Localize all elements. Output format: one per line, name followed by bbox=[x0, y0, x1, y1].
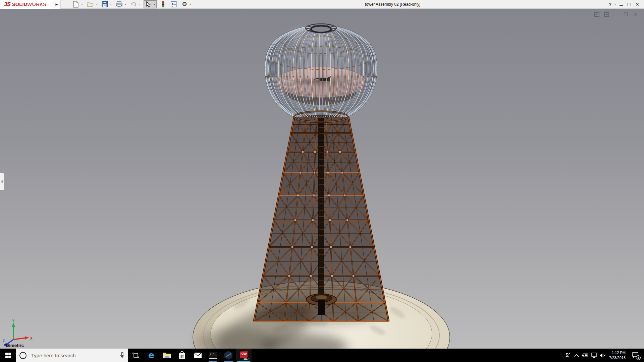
view-orientation-label: *Dimetric bbox=[4, 343, 24, 348]
windows-logo-icon bbox=[5, 353, 11, 358]
print-button[interactable] bbox=[115, 0, 123, 8]
open-button[interactable] bbox=[86, 0, 95, 8]
search-placeholder: Type here to search bbox=[31, 353, 120, 358]
doc-minimize-button[interactable]: – bbox=[612, 11, 620, 18]
undo-caret[interactable]: ▾ bbox=[138, 0, 142, 8]
task-view-button[interactable] bbox=[128, 349, 144, 362]
new-document-button[interactable] bbox=[71, 0, 80, 8]
dome-cage bbox=[265, 21, 377, 122]
microphone-icon[interactable] bbox=[120, 352, 125, 359]
graphics-viewport[interactable]: – ❐ ✕ Y X Z *Dimetric bbox=[0, 9, 644, 349]
close-button[interactable]: ✕ bbox=[633, 0, 641, 9]
windows-taskbar: Type here to search e bbox=[0, 349, 644, 362]
new-document-caret[interactable]: ▾ bbox=[80, 0, 84, 8]
network-button[interactable] bbox=[590, 349, 598, 362]
store-icon bbox=[178, 351, 186, 359]
taskbar-app-file-explorer[interactable] bbox=[159, 349, 174, 362]
start-button[interactable] bbox=[0, 349, 16, 362]
rebuild-traffic-light-button[interactable] bbox=[159, 0, 167, 8]
hidden-icons-button[interactable] bbox=[572, 349, 581, 362]
list-properties-icon bbox=[171, 1, 177, 7]
taskbar-app-solidworks[interactable]: SW 2017 bbox=[236, 349, 252, 362]
doc-close-button[interactable]: ✕ bbox=[632, 11, 639, 18]
undo-icon bbox=[130, 1, 137, 7]
help-button[interactable]: ? bbox=[607, 0, 613, 9]
select-tool-pressed: ▾ bbox=[144, 0, 157, 8]
taskbar-app-command-prompt[interactable]: C:\_ bbox=[205, 349, 221, 362]
prev-window-button[interactable] bbox=[593, 11, 600, 18]
brand-solid: SOLID bbox=[12, 2, 28, 7]
traffic-light-icon bbox=[161, 1, 165, 8]
chevron-up-icon bbox=[574, 354, 579, 357]
clock[interactable]: 1:12 PM 7/23/2018 bbox=[609, 350, 626, 360]
command-prompt-icon: C:\_ bbox=[209, 352, 217, 359]
file-explorer-icon bbox=[162, 352, 171, 359]
menu-flyout-button[interactable]: ▶ bbox=[53, 0, 61, 9]
people-icon bbox=[565, 352, 571, 358]
people-button[interactable] bbox=[564, 349, 572, 362]
save-caret[interactable]: ▾ bbox=[109, 0, 113, 8]
feature-statistics-button[interactable] bbox=[169, 0, 178, 8]
select-cursor-icon bbox=[146, 1, 151, 7]
mail-icon bbox=[194, 352, 202, 359]
gear-icon: ⚙ bbox=[182, 1, 187, 7]
print-icon bbox=[116, 1, 122, 7]
model-viewport-canvas[interactable] bbox=[0, 9, 644, 349]
clock-date: 7/23/2018 bbox=[609, 355, 626, 360]
options-caret[interactable]: ▾ bbox=[189, 0, 193, 8]
ds-logo-mark: 3S bbox=[4, 1, 10, 8]
solidworks-logo: 3S SOLIDWORKS bbox=[0, 0, 53, 9]
clock-time: 1:12 PM bbox=[609, 350, 626, 355]
document-title: tower Assembly 02 [Read-only] bbox=[365, 0, 420, 9]
feature-manager-collapsed-tab[interactable] bbox=[0, 173, 4, 190]
taskbar-app-3d-viewer[interactable] bbox=[221, 349, 236, 362]
quick-access-toolbar: ▾ ▾ ▾ ▾ bbox=[71, 0, 193, 9]
hexagon-3d-app-icon bbox=[224, 351, 232, 360]
document-window-controls: – ❐ ✕ bbox=[593, 11, 639, 18]
options-button[interactable]: ⚙ bbox=[180, 0, 189, 8]
minimize-icon bbox=[620, 5, 623, 6]
notification-badge: 3 bbox=[636, 355, 641, 360]
new-document-icon bbox=[73, 1, 79, 8]
select-button[interactable] bbox=[144, 0, 153, 8]
window-controls: ? ▾ ✕ bbox=[607, 0, 641, 9]
taskbar-app-store[interactable] bbox=[174, 349, 190, 362]
ethernet-icon bbox=[591, 353, 597, 358]
edge-icon: e bbox=[148, 350, 154, 360]
triad-y-label: Y bbox=[12, 319, 15, 323]
minimize-button[interactable] bbox=[617, 0, 625, 9]
battery-button[interactable] bbox=[581, 349, 590, 362]
next-window-button[interactable] bbox=[603, 11, 610, 18]
save-floppy-icon bbox=[102, 1, 108, 7]
tower-model bbox=[254, 116, 389, 321]
system-tray: 1:12 PM 7/23/2018 3 bbox=[564, 349, 644, 362]
show-desktop-button[interactable] bbox=[642, 349, 644, 362]
help-caret[interactable]: ▾ bbox=[613, 0, 617, 9]
volume-button[interactable] bbox=[598, 349, 607, 362]
save-button[interactable] bbox=[100, 0, 109, 8]
triad-x-label: X bbox=[30, 337, 33, 340]
open-caret[interactable]: ▾ bbox=[95, 0, 98, 8]
pane-expand-handle bbox=[1, 180, 3, 183]
triad-z-label: Z bbox=[3, 339, 5, 343]
brand-works: WORKS bbox=[28, 2, 46, 7]
task-view-icon bbox=[132, 352, 140, 359]
taskbar-app-mail[interactable] bbox=[190, 349, 205, 362]
restore-icon bbox=[628, 3, 631, 6]
taskbar-app-edge[interactable]: e bbox=[144, 349, 159, 362]
open-folder-icon bbox=[87, 1, 94, 7]
undo-button[interactable] bbox=[129, 0, 138, 8]
action-center-button[interactable]: 3 bbox=[629, 349, 642, 362]
restore-button[interactable] bbox=[625, 0, 633, 9]
solidworks-2017-icon: SW 2017 bbox=[239, 351, 248, 360]
cortana-icon bbox=[19, 352, 26, 359]
battery-charging-icon bbox=[582, 353, 589, 357]
doc-restore-button[interactable]: ❐ bbox=[622, 11, 630, 18]
volume-muted-icon bbox=[600, 353, 606, 358]
select-caret[interactable]: ▾ bbox=[153, 0, 156, 8]
app-titlebar: 3S SOLIDWORKS ▶ ▾ ▾ ▾ bbox=[0, 0, 644, 9]
print-caret[interactable]: ▾ bbox=[123, 0, 127, 8]
taskbar-search-input[interactable]: Type here to search bbox=[16, 349, 128, 362]
